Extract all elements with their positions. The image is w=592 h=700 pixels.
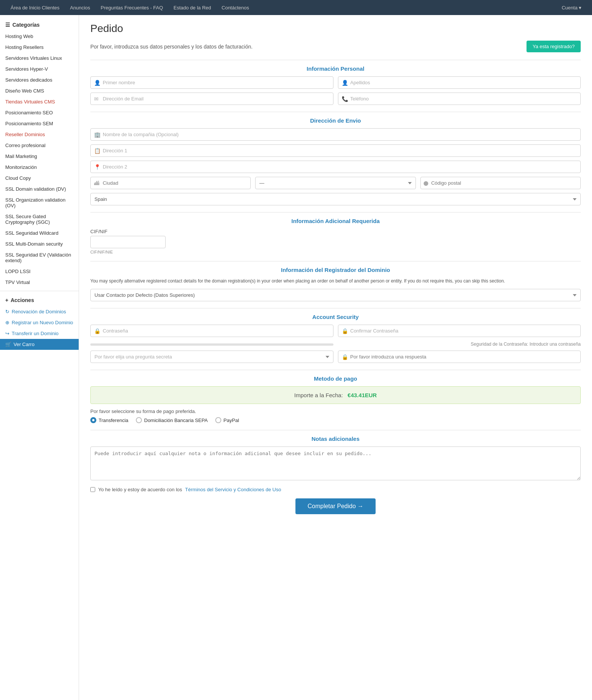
phone-field: 📞: [338, 93, 581, 105]
sidebar-item-tiendas-cms[interactable]: Tiendas Virtuales CMS: [0, 96, 79, 107]
sidebar-item-hosting-web[interactable]: Hosting Web: [0, 31, 79, 42]
sidebar-item-cloud-copy[interactable]: Cloud Copy: [0, 173, 79, 184]
registrar-icon: ⊕: [5, 320, 9, 325]
company-icon: 🏢: [94, 132, 100, 138]
terms-text-before: Yo he leído y estoy de acuerdo con los: [98, 487, 182, 492]
password-input[interactable]: [90, 325, 333, 337]
sidebar-item-monitorizacion[interactable]: Monitorización: [0, 162, 79, 173]
person-icon: 👤: [94, 80, 100, 86]
actions-title: + Acciones: [0, 294, 79, 306]
country-select[interactable]: Spain: [90, 193, 581, 205]
person-icon-2: 👤: [342, 80, 348, 86]
sidebar-item-hyper-v[interactable]: Servidores Hyper-V: [0, 64, 79, 74]
submit-button[interactable]: Completar Pedido →: [295, 498, 376, 514]
sidebar-action-carro[interactable]: 🛒 Ver Carro: [0, 339, 79, 350]
additional-info-header: Información Adicional Requerida: [90, 212, 581, 224]
main-content: Pedido Por favor, introduzca sus datos p…: [79, 15, 592, 700]
state-select[interactable]: —: [255, 177, 415, 189]
sidebar-item-ssl-sgc[interactable]: SSL Secure Gated Cryptography (SGC): [0, 211, 79, 228]
categories-title: ☰ Categorías: [0, 19, 79, 31]
password-field: 🔒: [90, 325, 333, 337]
sidebar-item-mail-marketing[interactable]: Mail Marketing: [0, 151, 79, 162]
domain-registrar-description: You may specify alternative registered c…: [90, 278, 581, 284]
payment-sepa[interactable]: Domiciliación Bancaria SEPA: [136, 417, 208, 423]
terms-checkbox[interactable]: [90, 487, 95, 492]
sidebar-item-servidores-linux[interactable]: Servidores Virtuales Linux: [0, 53, 79, 64]
payment-transferencia[interactable]: Transferencia: [90, 417, 128, 423]
nav-faq[interactable]: Preguntas Frecuentes - FAQ: [96, 2, 167, 14]
password-strength-bar: [90, 343, 333, 346]
sidebar-item-lopd[interactable]: LOPD LSSI: [0, 266, 79, 277]
submit-row: Completar Pedido →: [90, 498, 581, 522]
address2-input[interactable]: [90, 161, 581, 173]
email-icon: ✉: [94, 96, 99, 102]
domain-registrar-header: Información del Registrador del Dominio: [90, 261, 581, 273]
last-name-field: 👤: [338, 76, 581, 89]
first-name-field: 👤: [90, 76, 333, 89]
sidebar-item-ssl-ov[interactable]: SSL Organization validation (OV): [0, 194, 79, 211]
password-row: 🔒 🔒: [90, 325, 581, 337]
postal-input[interactable]: [420, 177, 581, 189]
address-icon: 📋: [94, 148, 100, 154]
payment-amount-value: €43.41EUR: [348, 392, 377, 398]
nav-anuncios[interactable]: Anuncios: [65, 2, 94, 14]
confirm-password-input[interactable]: [338, 325, 581, 337]
payment-header: Metodo de pago: [90, 370, 581, 382]
sidebar-item-ssl-ev[interactable]: SSL Seguridad EV (Validación extend): [0, 249, 79, 266]
city-state-postal-row: 🏙 — ⬤: [90, 177, 581, 189]
sidebar-item-correo[interactable]: Correo profesional: [0, 140, 79, 151]
sidebar-item-sem[interactable]: Posicionamiento SEM: [0, 118, 79, 129]
password-strength-row: Seguridad de la Contraseña: Introducir u…: [90, 341, 581, 347]
radio-transferencia-checked: [90, 417, 96, 423]
sidebar-item-reseller-dominios[interactable]: Reseller Dominios: [0, 129, 79, 140]
domain-contact-select[interactable]: Usar Contacto por Defecto (Datos Superio…: [90, 289, 581, 301]
nav-estado[interactable]: Estado de la Red: [169, 2, 216, 14]
sidebar-item-hosting-resellers[interactable]: Hosting Resellers: [0, 42, 79, 53]
sidebar-item-ssl-multi[interactable]: SSL Multi-Domain security: [0, 238, 79, 249]
intro-text: Por favor, introduzca sus datos personal…: [90, 44, 253, 50]
sidebar-divider: [0, 291, 79, 291]
sidebar: ☰ Categorías Hosting Web Hosting Reselle…: [0, 15, 79, 700]
sidebar-action-registrar[interactable]: ⊕ Registrar un Nuevo Dominio: [0, 317, 79, 328]
renovacion-icon: ↻: [5, 309, 9, 314]
sidebar-item-ssl-dv[interactable]: SSL Domain validation (DV): [0, 184, 79, 194]
country-row: Spain: [90, 193, 581, 205]
phone-input[interactable]: [338, 93, 581, 105]
sidebar-item-tpv[interactable]: TPV Virtual: [0, 277, 79, 288]
terms-link[interactable]: Términos del Servicio y Condiciones de U…: [185, 487, 281, 492]
postal-field: ⬤: [420, 177, 581, 189]
sidebar-item-ssl-wildcard[interactable]: SSL Seguridad Wildcard: [0, 228, 79, 238]
password-strength-bar-wrapper: [90, 342, 333, 346]
payment-amount-box: Importe a la Fecha: €43.41EUR: [90, 386, 581, 404]
city-input[interactable]: [90, 177, 251, 189]
company-input[interactable]: [90, 128, 581, 141]
sidebar-action-transferir[interactable]: ↪ Transferir un Dominio: [0, 328, 79, 339]
personal-info-header: Información Personal: [90, 60, 581, 72]
account-security-header: Account Security: [90, 308, 581, 320]
intro-row: Por favor, introduzca sus datos personal…: [90, 41, 581, 52]
nav-inicio[interactable]: Área de Inicio Clientes: [6, 2, 64, 14]
payment-paypal[interactable]: PayPal: [215, 417, 239, 423]
sidebar-action-renovacion[interactable]: ↻ Renovación de Dominios: [0, 306, 79, 317]
nav-contactenos[interactable]: Contáctenos: [217, 2, 254, 14]
already-registered-button[interactable]: Ya esta registrado?: [527, 41, 581, 52]
notes-textarea[interactable]: [90, 446, 581, 480]
radio-sepa-unchecked: [136, 417, 142, 423]
secret-answer-input[interactable]: [338, 351, 581, 363]
secret-question-select[interactable]: Por favor elija una pregunta secreta: [90, 351, 333, 363]
sidebar-item-diseno-cms[interactable]: Diseño Web CMS: [0, 85, 79, 96]
sidebar-item-dedicados[interactable]: Servidores dedicados: [0, 74, 79, 85]
domain-contact-field: Usar Contacto por Defecto (Datos Superio…: [90, 289, 581, 301]
email-field: ✉: [90, 93, 333, 105]
email-input[interactable]: [90, 93, 333, 105]
cif-input[interactable]: [90, 236, 166, 248]
state-field: —: [255, 177, 415, 189]
first-name-input[interactable]: [90, 76, 333, 89]
address1-input[interactable]: [90, 144, 581, 157]
last-name-input[interactable]: [338, 76, 581, 89]
sidebar-item-seo[interactable]: Posicionamiento SEO: [0, 107, 79, 118]
cuenta-menu[interactable]: Cuenta ▾: [557, 2, 586, 14]
contact-row: ✉ 📞: [90, 93, 581, 105]
radio-paypal-unchecked: [215, 417, 221, 423]
company-field: 🏢: [90, 128, 581, 141]
